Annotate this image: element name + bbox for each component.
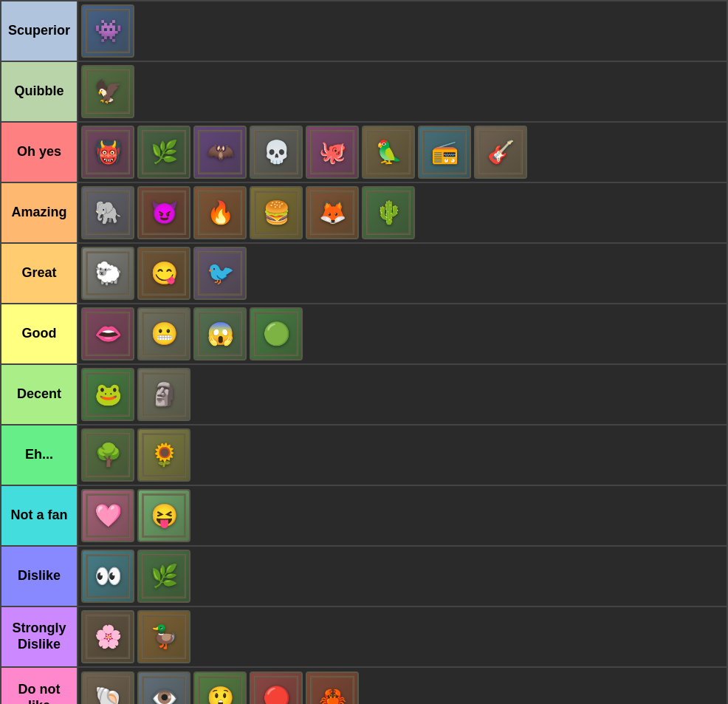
monster-card-m11[interactable]: 🐘 xyxy=(81,186,134,239)
tier-label-eh: Eh... xyxy=(1,426,78,485)
monster-card-m26[interactable]: 🌳 xyxy=(81,428,134,482)
tier-items-do-not-like: 🐚👁️😲🔴🦀 xyxy=(78,668,727,704)
monster-card-m8[interactable]: 🦜 xyxy=(362,126,415,179)
tier-row-strongly-dislike: Strongly Dislike🌸🦆 xyxy=(1,607,727,668)
tier-row-dislike: Dislike👀🌿 xyxy=(1,547,727,607)
monster-card-m20[interactable]: 👄 xyxy=(81,307,134,360)
tier-label-oh-yes: Oh yes xyxy=(1,123,78,182)
tier-label-not-a-fan: Not a fan xyxy=(1,486,78,545)
tier-items-strongly-dislike: 🌸🦆 xyxy=(78,607,727,666)
monster-card-m38[interactable]: 🦀 xyxy=(306,671,359,704)
tier-label-dislike: Dislike xyxy=(1,547,78,606)
monster-card-m2[interactable]: 🦅 xyxy=(81,65,134,118)
tier-row-decent: Decent🐸🗿 xyxy=(1,365,727,426)
tier-row-quibble: Quibble🦅 xyxy=(1,62,727,123)
tier-items-dislike: 👀🌿 xyxy=(78,547,727,606)
tier-label-good: Good xyxy=(1,304,78,363)
monster-card-m28[interactable]: 🩷 xyxy=(81,489,134,542)
monster-card-m31[interactable]: 🌿 xyxy=(137,550,190,603)
monster-card-m15[interactable]: 🦊 xyxy=(306,186,359,239)
monster-card-m23[interactable]: 🟢 xyxy=(250,307,303,360)
tier-label-quibble: Quibble xyxy=(1,62,78,121)
tier-row-eh: Eh...🌳🌻 xyxy=(1,426,727,486)
monster-card-m34[interactable]: 🐚 xyxy=(81,671,134,704)
tier-items-oh-yes: 👹🌿🦇💀🐙🦜📻🎸 xyxy=(78,123,727,182)
monster-card-m21[interactable]: 😬 xyxy=(137,307,190,360)
monster-card-m1[interactable]: 👾 xyxy=(81,4,134,58)
monster-card-m7[interactable]: 🐙 xyxy=(306,126,359,179)
monster-card-m29[interactable]: 😝 xyxy=(137,489,190,542)
monster-card-m14[interactable]: 🍔 xyxy=(250,186,303,239)
tier-label-scuperior: Scuperior xyxy=(1,1,78,61)
monster-card-m36[interactable]: 😲 xyxy=(193,671,247,704)
tier-row-scuperior: Scuperior👾 xyxy=(1,1,727,62)
tier-list: Scuperior👾Quibble🦅Oh yes👹🌿🦇💀🐙🦜📻🎸Amazing🐘… xyxy=(0,0,728,704)
monster-card-m5[interactable]: 🦇 xyxy=(193,126,247,179)
monster-card-m30[interactable]: 👀 xyxy=(81,550,134,603)
tier-items-not-a-fan: 🩷😝 xyxy=(78,486,727,545)
monster-card-m4[interactable]: 🌿 xyxy=(137,126,190,179)
monster-card-m25[interactable]: 🗿 xyxy=(137,368,190,421)
monster-card-m32[interactable]: 🌸 xyxy=(81,610,134,663)
monster-card-m27[interactable]: 🌻 xyxy=(137,428,190,482)
tier-items-eh: 🌳🌻 xyxy=(78,426,727,485)
tier-items-scuperior: 👾 xyxy=(78,1,727,61)
monster-card-m9[interactable]: 📻 xyxy=(418,126,471,179)
tier-row-not-a-fan: Not a fan🩷😝 xyxy=(1,486,727,547)
monster-card-m12[interactable]: 😈 xyxy=(137,186,190,239)
tier-label-amazing: Amazing xyxy=(1,183,78,242)
tier-label-do-not-like: Do not like xyxy=(1,668,78,704)
monster-card-m6[interactable]: 💀 xyxy=(250,126,303,179)
tier-row-good: Good👄😬😱🟢 xyxy=(1,304,727,365)
monster-card-m13[interactable]: 🔥 xyxy=(193,186,247,239)
tier-row-do-not-like: Do not like🐚👁️😲🔴🦀 xyxy=(1,668,727,704)
monster-card-m22[interactable]: 😱 xyxy=(193,307,247,360)
monster-card-m16[interactable]: 🌵 xyxy=(362,186,415,239)
tier-items-decent: 🐸🗿 xyxy=(78,365,727,424)
monster-card-m37[interactable]: 🔴 xyxy=(250,671,303,704)
tier-row-amazing: Amazing🐘😈🔥🍔🦊🌵 xyxy=(1,183,727,244)
monster-card-m33[interactable]: 🦆 xyxy=(137,610,190,663)
monster-card-m18[interactable]: 😋 xyxy=(137,247,190,300)
tier-row-oh-yes: Oh yes👹🌿🦇💀🐙🦜📻🎸 xyxy=(1,123,727,183)
tier-items-good: 👄😬😱🟢 xyxy=(78,304,727,363)
monster-card-m35[interactable]: 👁️ xyxy=(137,671,190,704)
monster-card-m24[interactable]: 🐸 xyxy=(81,368,134,421)
monster-card-m10[interactable]: 🎸 xyxy=(474,126,527,179)
tier-items-great: 🐑😋🐦 xyxy=(78,244,727,303)
tier-label-strongly-dislike: Strongly Dislike xyxy=(1,607,78,666)
monster-card-m17[interactable]: 🐑 xyxy=(81,247,134,300)
monster-card-m19[interactable]: 🐦 xyxy=(193,247,247,300)
monster-card-m3[interactable]: 👹 xyxy=(81,126,134,179)
tier-items-quibble: 🦅 xyxy=(78,62,727,121)
tier-label-great: Great xyxy=(1,244,78,303)
tier-row-great: Great🐑😋🐦 xyxy=(1,244,727,304)
tier-label-decent: Decent xyxy=(1,365,78,424)
tier-items-amazing: 🐘😈🔥🍔🦊🌵 xyxy=(78,183,727,242)
